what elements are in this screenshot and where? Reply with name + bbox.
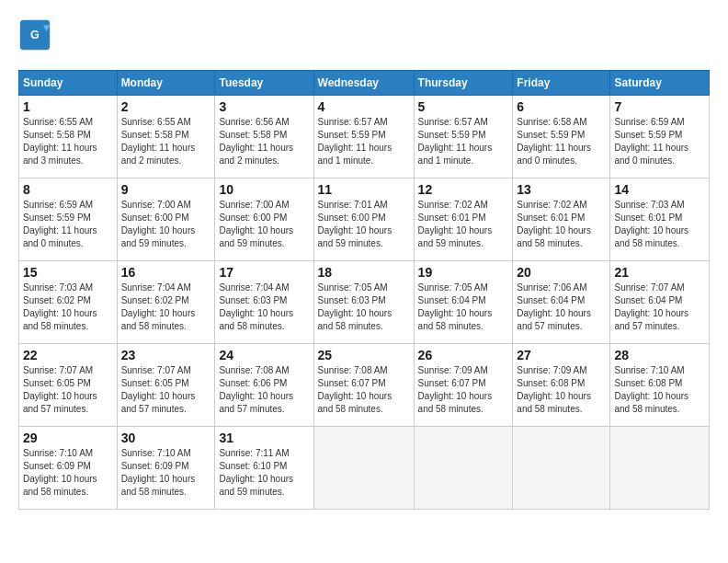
day-info: Sunrise: 7:08 AMSunset: 6:06 PMDaylight:… <box>219 365 293 414</box>
calendar-day-26: 26 Sunrise: 7:09 AMSunset: 6:07 PMDaylig… <box>414 344 513 427</box>
day-number: 19 <box>418 265 509 280</box>
day-number: 9 <box>121 182 211 197</box>
weekday-header-tuesday: Tuesday <box>215 71 313 96</box>
weekday-header-thursday: Thursday <box>414 71 513 96</box>
day-info: Sunrise: 7:07 AMSunset: 6:05 PMDaylight:… <box>121 365 196 414</box>
day-info: Sunrise: 7:07 AMSunset: 6:05 PMDaylight:… <box>23 365 97 414</box>
calendar-day-28: 28 Sunrise: 7:10 AMSunset: 6:08 PMDaylig… <box>610 344 710 427</box>
day-number: 14 <box>614 182 705 197</box>
calendar-day-24: 24 Sunrise: 7:08 AMSunset: 6:06 PMDaylig… <box>215 344 313 427</box>
day-number: 15 <box>23 265 113 280</box>
calendar-day-3: 3 Sunrise: 6:56 AMSunset: 5:58 PMDayligh… <box>215 96 313 178</box>
day-info: Sunrise: 7:04 AMSunset: 6:03 PMDaylight:… <box>219 282 293 331</box>
day-number: 22 <box>23 348 113 362</box>
day-info: Sunrise: 7:09 AMSunset: 6:08 PMDaylight:… <box>517 365 591 414</box>
day-number: 3 <box>219 99 309 114</box>
day-info: Sunrise: 7:04 AMSunset: 6:02 PMDaylight:… <box>121 282 196 331</box>
day-number: 29 <box>23 431 113 445</box>
day-info: Sunrise: 7:08 AMSunset: 6:07 PMDaylight:… <box>318 365 392 414</box>
day-number: 21 <box>614 265 705 280</box>
day-number: 6 <box>517 99 606 114</box>
weekday-header-saturday: Saturday <box>610 71 710 96</box>
day-number: 13 <box>517 182 606 197</box>
day-number: 1 <box>23 99 113 114</box>
day-info: Sunrise: 7:07 AMSunset: 6:04 PMDaylight:… <box>614 282 688 331</box>
day-info: Sunrise: 7:00 AMSunset: 6:00 PMDaylight:… <box>219 200 293 248</box>
day-info: Sunrise: 6:59 AMSunset: 5:59 PMDaylight:… <box>614 117 688 166</box>
calendar-day-10: 10 Sunrise: 7:00 AMSunset: 6:00 PMDaylig… <box>215 178 313 261</box>
calendar-day-7: 7 Sunrise: 6:59 AMSunset: 5:59 PMDayligh… <box>610 96 710 178</box>
calendar-day-27: 27 Sunrise: 7:09 AMSunset: 6:08 PMDaylig… <box>513 344 610 427</box>
day-info: Sunrise: 6:59 AMSunset: 5:59 PMDaylight:… <box>23 200 97 248</box>
calendar-day-16: 16 Sunrise: 7:04 AMSunset: 6:02 PMDaylig… <box>117 261 215 344</box>
svg-text:G: G <box>30 29 40 41</box>
day-number: 16 <box>121 265 211 280</box>
weekday-header-sunday: Sunday <box>19 71 118 96</box>
calendar-day-5: 5 Sunrise: 6:57 AMSunset: 5:59 PMDayligh… <box>414 96 513 178</box>
day-info: Sunrise: 6:55 AMSunset: 5:58 PMDaylight:… <box>121 117 196 166</box>
empty-cell <box>313 427 414 510</box>
day-info: Sunrise: 7:03 AMSunset: 6:02 PMDaylight:… <box>23 282 97 331</box>
calendar-day-23: 23 Sunrise: 7:07 AMSunset: 6:05 PMDaylig… <box>117 344 215 427</box>
empty-cell <box>513 427 610 510</box>
day-number: 30 <box>121 431 211 445</box>
calendar-day-29: 29 Sunrise: 7:10 AMSunset: 6:09 PMDaylig… <box>19 427 118 510</box>
calendar-day-17: 17 Sunrise: 7:04 AMSunset: 6:03 PMDaylig… <box>215 261 313 344</box>
calendar-day-14: 14 Sunrise: 7:03 AMSunset: 6:01 PMDaylig… <box>610 178 710 261</box>
day-info: Sunrise: 7:05 AMSunset: 6:04 PMDaylight:… <box>418 282 493 331</box>
day-info: Sunrise: 6:57 AMSunset: 5:59 PMDaylight:… <box>418 117 493 166</box>
day-info: Sunrise: 7:10 AMSunset: 6:08 PMDaylight:… <box>614 365 688 414</box>
calendar-day-8: 8 Sunrise: 6:59 AMSunset: 5:59 PMDayligh… <box>19 178 118 261</box>
day-number: 4 <box>318 99 410 114</box>
day-info: Sunrise: 7:01 AMSunset: 6:00 PMDaylight:… <box>318 200 392 248</box>
day-number: 8 <box>23 182 113 197</box>
empty-cell <box>610 427 710 510</box>
day-number: 11 <box>318 182 410 197</box>
day-info: Sunrise: 7:10 AMSunset: 6:09 PMDaylight:… <box>23 448 97 497</box>
day-number: 31 <box>219 431 309 445</box>
day-info: Sunrise: 6:56 AMSunset: 5:58 PMDaylight:… <box>219 117 293 166</box>
day-info: Sunrise: 6:57 AMSunset: 5:59 PMDaylight:… <box>318 117 392 166</box>
calendar-day-6: 6 Sunrise: 6:58 AMSunset: 5:59 PMDayligh… <box>513 96 610 178</box>
weekday-header-wednesday: Wednesday <box>313 71 414 96</box>
day-info: Sunrise: 7:09 AMSunset: 6:07 PMDaylight:… <box>418 365 493 414</box>
day-number: 17 <box>219 265 309 280</box>
calendar-day-13: 13 Sunrise: 7:02 AMSunset: 6:01 PMDaylig… <box>513 178 610 261</box>
day-info: Sunrise: 7:11 AMSunset: 6:10 PMDaylight:… <box>219 448 293 497</box>
day-info: Sunrise: 6:58 AMSunset: 5:59 PMDaylight:… <box>517 117 591 166</box>
calendar-day-11: 11 Sunrise: 7:01 AMSunset: 6:00 PMDaylig… <box>313 178 414 261</box>
day-number: 2 <box>121 99 211 114</box>
day-number: 27 <box>517 348 606 362</box>
day-number: 23 <box>121 348 211 362</box>
day-number: 10 <box>219 182 309 197</box>
calendar-day-18: 18 Sunrise: 7:05 AMSunset: 6:03 PMDaylig… <box>313 261 414 344</box>
weekday-header-friday: Friday <box>513 71 610 96</box>
calendar-day-12: 12 Sunrise: 7:02 AMSunset: 6:01 PMDaylig… <box>414 178 513 261</box>
day-number: 26 <box>418 348 509 362</box>
day-info: Sunrise: 7:05 AMSunset: 6:03 PMDaylight:… <box>318 282 392 331</box>
day-info: Sunrise: 7:00 AMSunset: 6:00 PMDaylight:… <box>121 200 196 248</box>
calendar-day-19: 19 Sunrise: 7:05 AMSunset: 6:04 PMDaylig… <box>414 261 513 344</box>
day-info: Sunrise: 7:02 AMSunset: 6:01 PMDaylight:… <box>418 200 493 248</box>
calendar-table: SundayMondayTuesdayWednesdayThursdayFrid… <box>18 70 710 510</box>
day-info: Sunrise: 6:55 AMSunset: 5:58 PMDaylight:… <box>23 117 97 166</box>
day-info: Sunrise: 7:06 AMSunset: 6:04 PMDaylight:… <box>517 282 591 331</box>
logo-icon: G <box>18 18 51 52</box>
day-number: 24 <box>219 348 309 362</box>
day-info: Sunrise: 7:10 AMSunset: 6:09 PMDaylight:… <box>121 448 196 497</box>
day-number: 7 <box>614 99 705 114</box>
calendar-day-4: 4 Sunrise: 6:57 AMSunset: 5:59 PMDayligh… <box>313 96 414 178</box>
calendar-day-21: 21 Sunrise: 7:07 AMSunset: 6:04 PMDaylig… <box>610 261 710 344</box>
calendar-day-20: 20 Sunrise: 7:06 AMSunset: 6:04 PMDaylig… <box>513 261 610 344</box>
day-number: 28 <box>614 348 705 362</box>
calendar-day-30: 30 Sunrise: 7:10 AMSunset: 6:09 PMDaylig… <box>117 427 215 510</box>
weekday-header-monday: Monday <box>117 71 215 96</box>
empty-cell <box>414 427 513 510</box>
day-number: 5 <box>418 99 509 114</box>
day-number: 18 <box>318 265 410 280</box>
calendar-day-15: 15 Sunrise: 7:03 AMSunset: 6:02 PMDaylig… <box>19 261 118 344</box>
calendar-day-9: 9 Sunrise: 7:00 AMSunset: 6:00 PMDayligh… <box>117 178 215 261</box>
calendar-day-1: 1 Sunrise: 6:55 AMSunset: 5:58 PMDayligh… <box>19 96 118 178</box>
day-number: 20 <box>517 265 606 280</box>
day-info: Sunrise: 7:02 AMSunset: 6:01 PMDaylight:… <box>517 200 591 248</box>
